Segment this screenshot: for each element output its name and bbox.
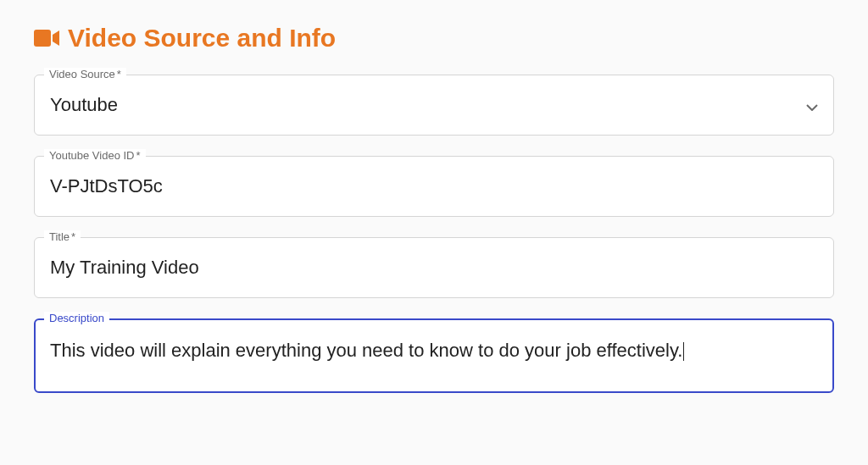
- caret-down-icon: [806, 94, 818, 116]
- title-input[interactable]: My Training Video: [34, 237, 834, 298]
- youtube-id-field: Youtube Video ID * V-PJtDsTO5c: [34, 156, 834, 217]
- youtube-id-input[interactable]: V-PJtDsTO5c: [34, 156, 834, 217]
- youtube-id-label: Youtube Video ID *: [44, 149, 146, 162]
- video-source-field: Video Source * Youtube: [34, 75, 834, 136]
- svg-rect-0: [34, 30, 51, 47]
- section-title: Video Source and Info: [68, 24, 336, 53]
- text-cursor: [683, 342, 684, 361]
- video-source-select[interactable]: Youtube: [34, 75, 834, 136]
- section-header: Video Source and Info: [34, 24, 834, 53]
- video-source-value: Youtube: [50, 94, 118, 116]
- title-label: Title *: [44, 230, 81, 243]
- description-input[interactable]: This video will explain everything you n…: [34, 318, 834, 393]
- description-label: Description: [44, 312, 109, 324]
- title-field: Title * My Training Video: [34, 237, 834, 298]
- video-source-label: Video Source *: [44, 68, 126, 80]
- description-field: Description This video will explain ever…: [34, 318, 834, 393]
- video-camera-icon: [34, 28, 59, 48]
